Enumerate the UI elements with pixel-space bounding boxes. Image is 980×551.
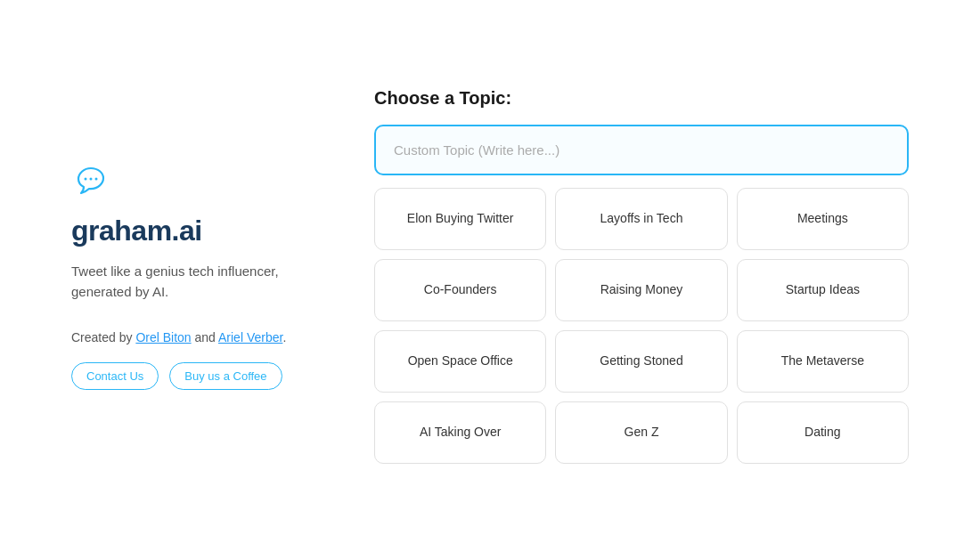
left-panel: graham.ai Tweet like a genius tech influ… bbox=[71, 161, 356, 390]
topic-card[interactable]: The Metaverse bbox=[737, 330, 909, 393]
topic-card[interactable]: Gen Z bbox=[555, 401, 727, 464]
brand-name: graham.ai bbox=[71, 215, 321, 247]
svg-point-1 bbox=[90, 178, 93, 181]
action-buttons: Contact Us Buy us a Coffee bbox=[71, 362, 321, 390]
topic-card[interactable]: Open Space Office bbox=[374, 330, 546, 393]
right-panel: Choose a Topic: Elon Buying TwitterLayof… bbox=[356, 88, 909, 464]
topics-grid: Elon Buying TwitterLayoffs in TechMeetin… bbox=[374, 188, 909, 464]
buy-coffee-button[interactable]: Buy us a Coffee bbox=[169, 362, 282, 390]
main-container: graham.ai Tweet like a genius tech influ… bbox=[0, 0, 980, 551]
credits-and: and bbox=[192, 330, 218, 344]
credits: Created by Orel Biton and Ariel Verber. bbox=[71, 330, 321, 344]
svg-point-0 bbox=[85, 178, 87, 181]
topic-card[interactable]: Raising Money bbox=[555, 259, 727, 321]
contact-us-button[interactable]: Contact Us bbox=[71, 362, 159, 390]
credits-suffix: . bbox=[282, 330, 286, 344]
topic-card[interactable]: Elon Buying Twitter bbox=[374, 188, 546, 250]
topic-card[interactable]: Getting Stoned bbox=[555, 330, 727, 393]
topic-card[interactable]: AI Taking Over bbox=[374, 401, 546, 464]
credits-link-ariel[interactable]: Ariel Verber bbox=[218, 330, 282, 344]
custom-topic-input[interactable] bbox=[374, 125, 909, 175]
svg-point-2 bbox=[95, 178, 98, 181]
credits-link-orel[interactable]: Orel Biton bbox=[135, 330, 191, 344]
topic-card[interactable]: Dating bbox=[737, 401, 909, 464]
topic-card[interactable]: Startup Ideas bbox=[737, 259, 909, 321]
logo-icon bbox=[71, 161, 321, 204]
topic-card[interactable]: Co-Founders bbox=[374, 259, 546, 321]
topic-card[interactable]: Layoffs in Tech bbox=[555, 188, 727, 250]
topic-card[interactable]: Meetings bbox=[737, 188, 909, 250]
tagline: Tweet like a genius tech influencer, gen… bbox=[71, 262, 321, 302]
credits-prefix: Created by bbox=[71, 330, 135, 344]
section-title: Choose a Topic: bbox=[374, 88, 909, 109]
